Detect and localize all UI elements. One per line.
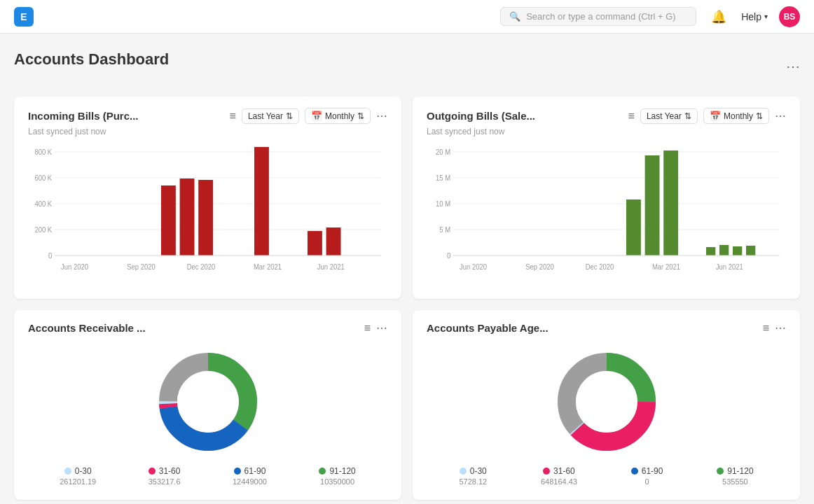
legend-item-0-30: 0-30 261201.19 <box>60 466 96 486</box>
svg-text:Jun 2020: Jun 2020 <box>460 263 488 271</box>
svg-text:Jun 2020: Jun 2020 <box>61 263 89 271</box>
legend-dot-31-60 <box>149 468 156 475</box>
avatar: BS <box>779 6 800 27</box>
svg-rect-35 <box>706 247 715 255</box>
legend-dot-0-30 <box>64 468 71 475</box>
payable-legend-value-0-30: 5728.12 <box>459 477 487 486</box>
incoming-bills-more-button[interactable]: ⋯ <box>376 109 387 122</box>
payable-legend-item-91-120: 91-120 535550 <box>717 466 753 486</box>
accounts-receivable-title: Accounts Receivable ... <box>28 322 146 334</box>
incoming-bills-filter-button[interactable]: ≡ <box>230 110 236 122</box>
legend-label-91-120: 91-120 <box>329 466 355 476</box>
filter-icon: ≡ <box>230 110 236 122</box>
svg-rect-10 <box>161 186 176 255</box>
svg-point-50 <box>177 371 239 433</box>
search-placeholder: Search or type a command (Ctrl + G) <box>526 11 676 22</box>
page-more-button[interactable]: ⋯ <box>786 58 800 75</box>
outgoing-bills-card: Outgoing Bills (Sale... ≡ Last Year ⇅ 📅 … <box>413 97 800 299</box>
svg-text:Mar 2021: Mar 2021 <box>254 263 282 271</box>
outgoing-bills-frequency-select[interactable]: 📅 Monthly ⇅ <box>703 108 769 124</box>
payable-legend-dot-91-120 <box>717 468 724 475</box>
payable-legend-dot-61-90 <box>631 468 638 475</box>
calendar-icon: 📅 <box>710 111 721 121</box>
accounts-receivable-more-button[interactable]: ⋯ <box>376 321 387 335</box>
svg-text:Jun 2021: Jun 2021 <box>716 263 743 271</box>
svg-text:Dec 2020: Dec 2020 <box>187 263 216 271</box>
payable-legend-value-91-120: 535550 <box>722 477 748 486</box>
payable-legend-label-31-60: 31-60 <box>553 466 575 476</box>
svg-rect-34 <box>663 150 678 255</box>
incoming-bills-period-label: Last Year <box>248 111 283 121</box>
search-bar[interactable]: 🔍 Search or type a command (Ctrl + G) <box>500 7 696 26</box>
search-icon: 🔍 <box>509 11 520 22</box>
outgoing-bills-title: Outgoing Bills (Sale... <box>427 110 535 122</box>
accounts-payable-more-button[interactable]: ⋯ <box>775 321 786 335</box>
payable-legend-dot-0-30 <box>460 468 467 475</box>
help-chevron-icon: ▾ <box>764 13 768 20</box>
incoming-bills-frequency-label: Monthly <box>325 111 354 121</box>
accounts-payable-controls: ≡ ⋯ <box>763 321 786 335</box>
incoming-bills-frequency-select[interactable]: 📅 Monthly ⇅ <box>305 108 371 124</box>
page-title: Accounts Dashboard <box>14 50 169 69</box>
svg-text:15 M: 15 M <box>436 174 450 182</box>
incoming-bills-controls: ≡ Last Year ⇅ 📅 Monthly ⇅ ⋯ <box>230 108 387 124</box>
svg-rect-37 <box>733 246 742 255</box>
legend-value-61-90: 12449000 <box>233 477 267 486</box>
outgoing-bills-chart: 20 M 15 M 10 M 5 M 0 <box>427 145 786 285</box>
svg-text:Sep 2020: Sep 2020 <box>525 263 554 271</box>
incoming-bills-period-select[interactable]: Last Year ⇅ <box>242 108 299 124</box>
svg-text:5 M: 5 M <box>439 226 450 234</box>
svg-text:Jun 2021: Jun 2021 <box>317 263 345 271</box>
payable-legend-label-61-90: 61-90 <box>642 466 663 476</box>
accounts-receivable-legend: 0-30 261201.19 31-60 353217.6 61-90 <box>28 466 387 486</box>
svg-rect-32 <box>626 200 641 255</box>
payable-legend-item-0-30: 0-30 5728.12 <box>459 466 487 486</box>
payable-legend-label-91-120: 91-120 <box>727 466 753 476</box>
help-button[interactable]: Help ▾ <box>741 11 768 22</box>
chevron-icon2: ⇅ <box>756 111 763 121</box>
outgoing-bills-more-button[interactable]: ⋯ <box>775 109 786 122</box>
incoming-bills-card: Incoming Bills (Purc... ≡ Last Year ⇅ 📅 … <box>14 97 401 299</box>
legend-item-31-60: 31-60 353217.6 <box>149 466 181 486</box>
svg-rect-13 <box>254 147 269 255</box>
chevron-icon: ⇅ <box>286 111 293 121</box>
svg-text:0: 0 <box>48 252 53 260</box>
outgoing-bills-filter-button[interactable]: ≡ <box>628 110 635 122</box>
outgoing-bills-controls: ≡ Last Year ⇅ 📅 Monthly ⇅ ⋯ <box>628 108 786 124</box>
svg-text:Mar 2021: Mar 2021 <box>652 263 680 271</box>
incoming-bills-subtitle: Last synced just now <box>28 127 387 136</box>
legend-dot-91-120 <box>319 468 326 475</box>
svg-text:0: 0 <box>447 252 451 260</box>
payable-legend-item-31-60: 31-60 648164.43 <box>541 466 577 486</box>
legend-value-0-30: 261201.19 <box>60 477 96 486</box>
outgoing-bills-frequency-label: Monthly <box>724 111 753 121</box>
accounts-payable-filter-button[interactable]: ≡ <box>763 322 769 335</box>
svg-point-55 <box>576 371 637 433</box>
incoming-bills-svg: 800 K 600 K 400 K 200 K 0 Jun 2020 <box>28 145 387 285</box>
incoming-bills-title: Incoming Bills (Purc... <box>28 110 139 122</box>
svg-rect-33 <box>645 155 660 255</box>
accounts-payable-card: Accounts Payable Age... ≡ ⋯ <box>413 310 800 500</box>
app-icon: E <box>14 7 34 27</box>
svg-rect-38 <box>746 246 755 255</box>
svg-text:Dec 2020: Dec 2020 <box>586 263 614 271</box>
filter-icon: ≡ <box>628 110 635 122</box>
dashboard-grid: Incoming Bills (Purc... ≡ Last Year ⇅ 📅 … <box>14 97 800 500</box>
outgoing-bills-svg: 20 M 15 M 10 M 5 M 0 <box>427 145 786 285</box>
legend-label-0-30: 0-30 <box>75 466 92 476</box>
accounts-receivable-card: Accounts Receivable ... ≡ ⋯ <box>14 310 401 500</box>
svg-text:Sep 2020: Sep 2020 <box>127 263 156 271</box>
outgoing-bills-period-label: Last Year <box>647 111 682 121</box>
notifications-button[interactable]: 🔔 <box>708 6 730 28</box>
accounts-payable-svg <box>551 346 663 458</box>
accounts-receivable-header: Accounts Receivable ... ≡ ⋯ <box>28 321 387 335</box>
header-left: E <box>14 7 34 27</box>
accounts-receivable-filter-button[interactable]: ≡ <box>364 322 371 335</box>
svg-text:200 K: 200 K <box>34 226 52 234</box>
outgoing-bills-period-select[interactable]: Last Year ⇅ <box>640 108 698 124</box>
legend-dot-61-90 <box>234 468 241 475</box>
outgoing-bills-subtitle: Last synced just now <box>427 127 786 136</box>
svg-text:400 K: 400 K <box>34 200 52 208</box>
svg-rect-36 <box>719 245 729 255</box>
payable-legend-item-61-90: 61-90 0 <box>631 466 663 486</box>
